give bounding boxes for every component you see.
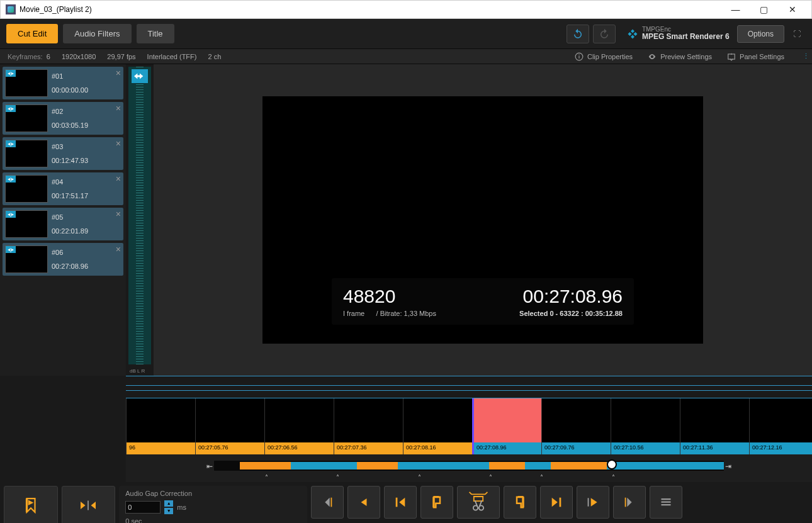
clip-remove-button[interactable]: × <box>116 103 121 113</box>
thumbnail-cell[interactable]: 00:27:10.56 <box>611 398 680 454</box>
undo-button[interactable] <box>567 25 589 43</box>
nav-caret-icon[interactable]: ˄ <box>612 474 615 481</box>
preview-area: 48820 I frame / Bitrate: 1,33 Mbps 00:27… <box>154 64 812 376</box>
preview-frame: 48820 I frame / Bitrate: 1,33 Mbps 00:27… <box>262 96 703 344</box>
close-button[interactable]: ✕ <box>778 1 806 18</box>
nav-segment[interactable] <box>291 462 357 470</box>
brand-logo: TMPGEnc MPEG Smart Renderer 6 <box>627 26 730 41</box>
nav-segment[interactable] <box>551 462 607 470</box>
nav-caret-icon[interactable]: ˄ <box>418 474 421 481</box>
nav-caret-icon[interactable]: ˄ <box>265 474 268 481</box>
clip-properties-menu[interactable]: Clip Properties <box>575 52 633 61</box>
clip-item[interactable]: ◂|▸ #01 00:00:00.00 × <box>3 67 123 99</box>
main-toolbar: Cut Edit Audio Filters Title TMPGEnc MPE… <box>0 19 812 49</box>
thumbnail-cell[interactable]: 00:27:05.76 <box>195 398 264 454</box>
fps-value: 29,97 fps <box>107 53 135 60</box>
preview-settings-menu[interactable]: Preview Settings <box>648 52 712 61</box>
goto-in-button[interactable] <box>384 486 417 519</box>
thumbnail-cell[interactable]: 00:27:09.76 <box>541 398 611 454</box>
thumbnail-cell[interactable]: 00:27:12.16 <box>749 398 812 454</box>
clip-remove-button[interactable]: × <box>116 138 121 149</box>
clip-name: #06 <box>52 249 88 256</box>
clips-panel: ◂|▸ #01 00:00:00.00 × ◂|▸ #02 00:03:05.1… <box>0 64 126 376</box>
clip-item[interactable]: ◂|▸ #06 00:27:08.96 × <box>3 243 123 276</box>
navigator-track[interactable]: ˄˄˄˄˄˄ <box>214 461 724 471</box>
timeline-ruler[interactable] <box>126 376 812 398</box>
thumbnail-cell[interactable]: 00:27:08.16 <box>403 398 472 454</box>
in-out-marker-icon[interactable] <box>132 69 148 83</box>
more-icon[interactable]: ⋮ <box>799 52 812 60</box>
set-out-button[interactable] <box>504 486 536 519</box>
title-button[interactable]: Title <box>137 24 174 43</box>
brand-icon <box>627 28 638 40</box>
nav-segment[interactable] <box>357 462 398 470</box>
thumb-timecode: 00:27:08.96 <box>474 442 541 454</box>
window-title: Movie_03_(Playlist 2) <box>20 5 721 14</box>
clip-timecode: 00:12:47.93 <box>52 157 88 164</box>
clip-timecode: 00:03:05.19 <box>52 121 88 129</box>
options-button[interactable]: Options <box>737 25 784 43</box>
clip-remove-button[interactable]: × <box>116 174 121 184</box>
redo-button[interactable] <box>593 25 616 43</box>
nav-start-icon[interactable]: ⇤ <box>206 462 213 471</box>
nav-caret-icon[interactable]: ˄ <box>336 474 339 481</box>
clip-name: #01 <box>52 72 88 80</box>
clip-item[interactable]: ◂|▸ #02 00:03:05.19 × <box>3 102 123 135</box>
set-marker-button[interactable] <box>4 486 58 523</box>
timecode-display: 00:27:08.96 <box>519 286 623 307</box>
clip-item[interactable]: ◂|▸ #04 00:17:51.17 × <box>3 172 123 205</box>
clip-name: #04 <box>52 178 88 186</box>
svg-rect-1 <box>578 55 579 58</box>
set-in-button[interactable] <box>420 486 453 519</box>
audio-gap-unit: ms <box>177 503 186 511</box>
clip-remove-button[interactable]: × <box>116 209 121 219</box>
panel-settings-menu[interactable]: Panel Settings <box>727 52 784 61</box>
thumbnail-strip[interactable]: 9600:27:05.7600:27:06.5600:27:07.3600:27… <box>126 398 812 454</box>
window-titlebar: Movie_03_(Playlist 2) — ▢ ✕ <box>0 0 812 19</box>
cut-selection-button[interactable] <box>457 486 500 519</box>
audio-gap-spinner[interactable]: ▲▼ <box>164 500 173 515</box>
thumbnail-cell[interactable]: 00:27:07.36 <box>334 398 403 454</box>
fullscreen-toggle[interactable]: ⛶ <box>788 25 806 43</box>
cut-edit-button[interactable]: Cut Edit <box>6 24 58 43</box>
nav-segment[interactable] <box>398 462 490 470</box>
thumbnail-cell[interactable]: 00:27:11.36 <box>680 398 749 454</box>
step-back-button[interactable] <box>347 486 380 519</box>
clip-name: #02 <box>52 108 88 115</box>
goto-out-button[interactable] <box>540 486 573 519</box>
clip-badge-icon: ◂|▸ <box>6 105 16 112</box>
nav-segment[interactable] <box>525 462 551 470</box>
split-button[interactable] <box>62 486 116 523</box>
thumbnail-cell[interactable]: 00:27:06.56 <box>264 398 334 454</box>
nav-segment[interactable] <box>607 462 724 470</box>
panel-icon <box>727 52 736 61</box>
svg-rect-6 <box>396 498 398 507</box>
nav-end-icon[interactable]: ⇥ <box>725 462 731 471</box>
maximize-button[interactable]: ▢ <box>750 1 778 18</box>
step-forward-button[interactable] <box>577 486 609 519</box>
clip-remove-button[interactable]: × <box>116 244 121 254</box>
clip-remove-button[interactable]: × <box>116 68 121 78</box>
clip-badge-icon: ◂|▸ <box>6 176 16 183</box>
list-button[interactable] <box>650 486 682 519</box>
clip-item[interactable]: ◂|▸ #03 00:12:47.93 × <box>3 137 123 170</box>
navigator-bar[interactable]: ⇤ ˄˄˄˄˄˄ ⇥ <box>126 454 812 482</box>
thumbnail-cell[interactable]: 96 <box>126 398 195 454</box>
audio-gap-input[interactable] <box>125 501 161 514</box>
nav-segment[interactable] <box>489 462 525 470</box>
clip-thumbnail: ◂|▸ <box>5 210 48 238</box>
nav-segment[interactable] <box>240 462 291 470</box>
clip-name: #05 <box>52 213 88 221</box>
nav-playhead[interactable] <box>607 459 617 470</box>
nav-caret-icon[interactable]: ˄ <box>489 474 492 481</box>
nav-caret-icon[interactable]: ˄ <box>540 474 543 481</box>
audio-filters-button[interactable]: Audio Filters <box>63 24 131 43</box>
clip-thumbnail: ◂|▸ <box>5 140 48 167</box>
minimize-button[interactable]: — <box>721 1 750 18</box>
thumbnail-cell[interactable]: 00:27:08.96 <box>472 398 541 454</box>
next-edit-button[interactable] <box>613 486 646 519</box>
eye-icon <box>648 52 657 61</box>
clip-item[interactable]: ◂|▸ #05 00:22:01.89 × <box>3 208 123 240</box>
prev-edit-button[interactable] <box>311 486 344 519</box>
preview-overlay: 48820 I frame / Bitrate: 1,33 Mbps 00:27… <box>332 278 634 325</box>
